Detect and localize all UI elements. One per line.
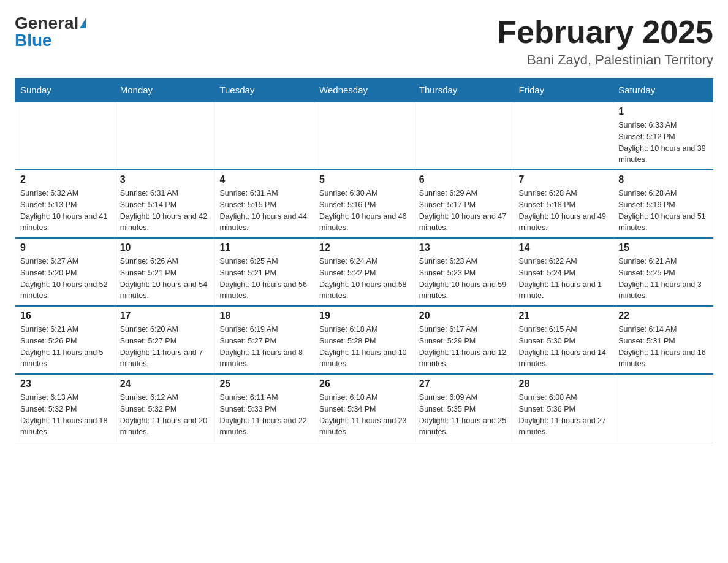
calendar-cell: 18Sunrise: 6:19 AMSunset: 5:27 PMDayligh… bbox=[214, 306, 314, 374]
day-info: Sunrise: 6:12 AMSunset: 5:32 PMDaylight:… bbox=[120, 392, 210, 438]
calendar-cell: 13Sunrise: 6:23 AMSunset: 5:23 PMDayligh… bbox=[414, 238, 514, 306]
calendar-cell: 14Sunrise: 6:22 AMSunset: 5:24 PMDayligh… bbox=[514, 238, 613, 306]
day-number: 12 bbox=[319, 242, 409, 253]
day-number: 19 bbox=[319, 310, 409, 321]
calendar-cell: 21Sunrise: 6:15 AMSunset: 5:30 PMDayligh… bbox=[514, 306, 613, 374]
calendar-cell bbox=[514, 102, 613, 170]
calendar-header-row: SundayMondayTuesdayWednesdayThursdayFrid… bbox=[15, 79, 713, 102]
day-header-wednesday: Wednesday bbox=[314, 79, 414, 102]
day-info: Sunrise: 6:15 AMSunset: 5:30 PMDaylight:… bbox=[519, 324, 609, 370]
calendar-cell bbox=[314, 102, 414, 170]
day-info: Sunrise: 6:14 AMSunset: 5:31 PMDaylight:… bbox=[618, 324, 708, 370]
week-row-3: 9Sunrise: 6:27 AMSunset: 5:20 PMDaylight… bbox=[15, 238, 713, 306]
day-info: Sunrise: 6:13 AMSunset: 5:32 PMDaylight:… bbox=[20, 392, 110, 438]
day-number: 8 bbox=[618, 174, 708, 185]
day-number: 7 bbox=[519, 174, 609, 185]
day-number: 25 bbox=[219, 378, 309, 389]
day-info: Sunrise: 6:21 AMSunset: 5:26 PMDaylight:… bbox=[20, 324, 110, 370]
day-number: 13 bbox=[419, 242, 509, 253]
day-info: Sunrise: 6:20 AMSunset: 5:27 PMDaylight:… bbox=[120, 324, 210, 370]
calendar-cell bbox=[15, 102, 115, 170]
logo: General Blue bbox=[15, 15, 86, 49]
calendar-cell: 17Sunrise: 6:20 AMSunset: 5:27 PMDayligh… bbox=[115, 306, 214, 374]
day-info: Sunrise: 6:19 AMSunset: 5:27 PMDaylight:… bbox=[219, 324, 309, 370]
day-header-friday: Friday bbox=[514, 79, 613, 102]
day-number: 24 bbox=[120, 378, 210, 389]
day-number: 3 bbox=[120, 174, 210, 185]
logo-triangle-icon bbox=[80, 18, 86, 28]
day-info: Sunrise: 6:11 AMSunset: 5:33 PMDaylight:… bbox=[219, 392, 309, 438]
day-number: 21 bbox=[519, 310, 609, 321]
calendar-cell: 1Sunrise: 6:33 AMSunset: 5:12 PMDaylight… bbox=[613, 102, 713, 170]
day-info: Sunrise: 6:08 AMSunset: 5:36 PMDaylight:… bbox=[519, 392, 609, 438]
day-info: Sunrise: 6:32 AMSunset: 5:13 PMDaylight:… bbox=[20, 188, 110, 234]
day-number: 16 bbox=[20, 310, 110, 321]
day-info: Sunrise: 6:25 AMSunset: 5:21 PMDaylight:… bbox=[219, 256, 309, 302]
calendar-cell: 4Sunrise: 6:31 AMSunset: 5:15 PMDaylight… bbox=[214, 170, 314, 238]
day-number: 9 bbox=[20, 242, 110, 253]
day-info: Sunrise: 6:28 AMSunset: 5:18 PMDaylight:… bbox=[519, 188, 609, 234]
calendar-cell: 24Sunrise: 6:12 AMSunset: 5:32 PMDayligh… bbox=[115, 374, 214, 442]
logo-blue-text: Blue bbox=[15, 32, 52, 49]
day-number: 1 bbox=[618, 106, 708, 117]
day-info: Sunrise: 6:31 AMSunset: 5:14 PMDaylight:… bbox=[120, 188, 210, 234]
month-title: February 2025 bbox=[497, 15, 713, 50]
calendar-cell: 26Sunrise: 6:10 AMSunset: 5:34 PMDayligh… bbox=[314, 374, 414, 442]
title-block: February 2025 Bani Zayd, Palestinian Ter… bbox=[497, 15, 713, 68]
day-info: Sunrise: 6:21 AMSunset: 5:25 PMDaylight:… bbox=[618, 256, 708, 302]
day-number: 22 bbox=[618, 310, 708, 321]
week-row-4: 16Sunrise: 6:21 AMSunset: 5:26 PMDayligh… bbox=[15, 306, 713, 374]
day-header-tuesday: Tuesday bbox=[214, 79, 314, 102]
day-info: Sunrise: 6:23 AMSunset: 5:23 PMDaylight:… bbox=[419, 256, 509, 302]
day-info: Sunrise: 6:24 AMSunset: 5:22 PMDaylight:… bbox=[319, 256, 409, 302]
day-info: Sunrise: 6:33 AMSunset: 5:12 PMDaylight:… bbox=[618, 120, 708, 166]
calendar-cell: 15Sunrise: 6:21 AMSunset: 5:25 PMDayligh… bbox=[613, 238, 713, 306]
location: Bani Zayd, Palestinian Territory bbox=[497, 52, 713, 68]
day-info: Sunrise: 6:29 AMSunset: 5:17 PMDaylight:… bbox=[419, 188, 509, 234]
week-row-1: 1Sunrise: 6:33 AMSunset: 5:12 PMDaylight… bbox=[15, 102, 713, 170]
day-number: 5 bbox=[319, 174, 409, 185]
day-number: 23 bbox=[20, 378, 110, 389]
calendar-cell: 11Sunrise: 6:25 AMSunset: 5:21 PMDayligh… bbox=[214, 238, 314, 306]
day-number: 4 bbox=[219, 174, 309, 185]
calendar-cell: 25Sunrise: 6:11 AMSunset: 5:33 PMDayligh… bbox=[214, 374, 314, 442]
day-number: 6 bbox=[419, 174, 509, 185]
calendar-cell: 9Sunrise: 6:27 AMSunset: 5:20 PMDaylight… bbox=[15, 238, 115, 306]
calendar-cell bbox=[115, 102, 214, 170]
page-header: General Blue February 2025 Bani Zayd, Pa… bbox=[15, 15, 713, 68]
calendar-cell: 8Sunrise: 6:28 AMSunset: 5:19 PMDaylight… bbox=[613, 170, 713, 238]
day-header-sunday: Sunday bbox=[15, 79, 115, 102]
day-number: 28 bbox=[519, 378, 609, 389]
calendar-cell: 3Sunrise: 6:31 AMSunset: 5:14 PMDaylight… bbox=[115, 170, 214, 238]
week-row-2: 2Sunrise: 6:32 AMSunset: 5:13 PMDaylight… bbox=[15, 170, 713, 238]
day-number: 10 bbox=[120, 242, 210, 253]
day-header-monday: Monday bbox=[115, 79, 214, 102]
day-number: 18 bbox=[219, 310, 309, 321]
calendar-table: SundayMondayTuesdayWednesdayThursdayFrid… bbox=[15, 78, 713, 442]
day-header-saturday: Saturday bbox=[613, 79, 713, 102]
day-info: Sunrise: 6:10 AMSunset: 5:34 PMDaylight:… bbox=[319, 392, 409, 438]
calendar-cell bbox=[214, 102, 314, 170]
day-info: Sunrise: 6:17 AMSunset: 5:29 PMDaylight:… bbox=[419, 324, 509, 370]
calendar-cell: 28Sunrise: 6:08 AMSunset: 5:36 PMDayligh… bbox=[514, 374, 613, 442]
day-info: Sunrise: 6:22 AMSunset: 5:24 PMDaylight:… bbox=[519, 256, 609, 302]
day-info: Sunrise: 6:09 AMSunset: 5:35 PMDaylight:… bbox=[419, 392, 509, 438]
calendar-cell: 16Sunrise: 6:21 AMSunset: 5:26 PMDayligh… bbox=[15, 306, 115, 374]
day-info: Sunrise: 6:28 AMSunset: 5:19 PMDaylight:… bbox=[618, 188, 708, 234]
day-number: 11 bbox=[219, 242, 309, 253]
day-number: 20 bbox=[419, 310, 509, 321]
calendar-cell: 27Sunrise: 6:09 AMSunset: 5:35 PMDayligh… bbox=[414, 374, 514, 442]
day-info: Sunrise: 6:18 AMSunset: 5:28 PMDaylight:… bbox=[319, 324, 409, 370]
calendar-cell: 6Sunrise: 6:29 AMSunset: 5:17 PMDaylight… bbox=[414, 170, 514, 238]
day-number: 17 bbox=[120, 310, 210, 321]
day-info: Sunrise: 6:31 AMSunset: 5:15 PMDaylight:… bbox=[219, 188, 309, 234]
day-number: 14 bbox=[519, 242, 609, 253]
calendar-cell: 23Sunrise: 6:13 AMSunset: 5:32 PMDayligh… bbox=[15, 374, 115, 442]
calendar-cell: 20Sunrise: 6:17 AMSunset: 5:29 PMDayligh… bbox=[414, 306, 514, 374]
calendar-cell: 7Sunrise: 6:28 AMSunset: 5:18 PMDaylight… bbox=[514, 170, 613, 238]
calendar-cell: 2Sunrise: 6:32 AMSunset: 5:13 PMDaylight… bbox=[15, 170, 115, 238]
day-info: Sunrise: 6:26 AMSunset: 5:21 PMDaylight:… bbox=[120, 256, 210, 302]
calendar-cell bbox=[613, 374, 713, 442]
day-header-thursday: Thursday bbox=[414, 79, 514, 102]
week-row-5: 23Sunrise: 6:13 AMSunset: 5:32 PMDayligh… bbox=[15, 374, 713, 442]
